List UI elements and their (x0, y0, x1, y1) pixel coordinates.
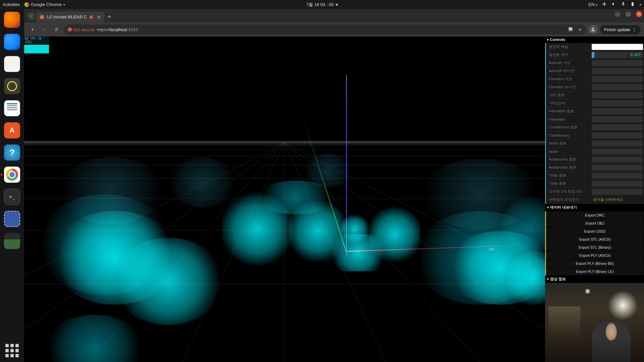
forward-button[interactable] (40, 25, 49, 34)
control-readonly-row: Azimuth 각도 (545, 59, 644, 67)
warning-icon: ! (68, 27, 72, 32)
kebab-icon: ⋮ (632, 27, 637, 32)
screen-share-icon[interactable] (568, 26, 573, 33)
control-readonly-row: Trials 원본 (545, 180, 644, 188)
export-button[interactable]: Export USDZ (545, 227, 644, 235)
back-button[interactable] (28, 25, 37, 34)
pointcloud (111, 238, 225, 325)
controls-folder-header[interactable]: ▾ Controls (545, 37, 644, 43)
pointcloud (256, 181, 336, 214)
dock-app-screenshot[interactable] (4, 211, 20, 227)
dock-app-files[interactable] (4, 56, 20, 72)
dock-app-rhythmbox[interactable] (4, 78, 20, 94)
fps-label: 86 FPS (0-145) (24, 37, 49, 44)
battery-icon[interactable] (630, 2, 635, 7)
control-point-size[interactable]: 포인트 크기 0.027 (545, 51, 644, 59)
export-button[interactable]: Export OBJ (545, 219, 644, 227)
point-size-slider[interactable] (592, 52, 627, 58)
dock-app-image-viewer[interactable] (4, 233, 20, 249)
control-readonly-row: Avalanches 원본 (545, 164, 644, 172)
export-button[interactable]: Export PLY (ASCII) (545, 251, 644, 259)
background-shelf (548, 306, 580, 338)
control-readonly-row: Azimuth 라디언 (545, 67, 644, 75)
window-minimize-button[interactable]: – (614, 11, 621, 17)
new-tab-button[interactable]: + (104, 13, 115, 22)
export-button[interactable]: Export STL (Binary) (545, 243, 644, 251)
active-app-menu[interactable]: Google Chrome ▾ (24, 2, 65, 7)
dock-app-firefox[interactable] (4, 12, 20, 28)
control-readonly-row: Avalanches 원본 (545, 156, 644, 164)
svg-point-0 (592, 28, 594, 29)
tab-close-button[interactable]: ✕ (97, 14, 101, 20)
control-readonly-row: 거리값(m) (545, 99, 644, 107)
fps-graph (24, 44, 49, 53)
input-language[interactable]: EN ▾ (588, 2, 597, 7)
pointcloud (44, 315, 145, 362)
control-readonly-row: 거리 원본 (545, 91, 644, 99)
export-button[interactable]: Export DRC (545, 211, 644, 219)
tab-search-button[interactable] (28, 12, 35, 20)
finish-update-button[interactable]: Finish update ⋮ (600, 25, 641, 34)
dock-app-chrome[interactable] (4, 167, 20, 183)
fps-widget: 86 FPS (0-145) (24, 37, 49, 53)
recording-indicator-icon (90, 15, 93, 19)
tab-favicon-icon (40, 15, 44, 19)
activities-button[interactable]: Activities (3, 2, 20, 7)
control-readonly-row: Trials 원본 (545, 172, 644, 180)
security-indicator[interactable]: ! Not secure (68, 27, 94, 32)
control-readonly-row: Confidences (545, 131, 644, 139)
control-readonly-row: Noise 원본 (545, 139, 644, 147)
light-glow (608, 290, 638, 320)
control-readonly-row: Elevation 라디언 (545, 83, 644, 91)
controls-panel: ▾ Controls 포인트 색상 포인트 크기 0.027 Azimuth 각… (545, 37, 644, 362)
color-swatch[interactable] (592, 44, 643, 50)
system-menu-caret-icon[interactable]: ▾ (640, 3, 641, 6)
tab-strip: LG Innotek MLiDAR C ✕ + – ▢ ✕ (24, 9, 644, 22)
window-maximize-button[interactable]: ▢ (625, 11, 631, 17)
profile-button[interactable] (589, 25, 597, 34)
url-text: https://localhost:4310 (97, 27, 138, 32)
bookmark-icon[interactable]: ★ (578, 27, 582, 32)
caret-down-icon: ▾ (547, 205, 549, 209)
dock-app-ubuntu-software[interactable] (4, 122, 20, 138)
export-section: Export DRCExport OBJExport USDZExport ST… (545, 211, 644, 276)
dock-app-terminal[interactable] (4, 189, 20, 205)
clock[interactable]: 7월 18 04 : 00 (306, 2, 338, 8)
controls-section: 포인트 색상 포인트 크기 0.027 Azimuth 각도Azimuth 라디… (545, 43, 644, 204)
browser-tab[interactable]: LG Innotek MLiDAR C ✕ (36, 12, 104, 22)
control-readonly-row: Confidences 원본 (545, 123, 644, 131)
show-applications-button[interactable] (5, 344, 19, 357)
dock-app-help[interactable] (4, 144, 20, 161)
video-folder-header[interactable]: ▾ 영상 정보 (545, 276, 644, 283)
control-last-two-distance: 마지막 2개 측정거리 (545, 188, 644, 196)
volume-icon[interactable] (611, 2, 616, 7)
dock-app-thunderbird[interactable] (4, 34, 20, 50)
tab-title: LG Innotek MLiDAR C (47, 15, 87, 19)
export-button[interactable]: Export PLY (Binary BE) (545, 259, 644, 267)
lidar-viewer[interactable]: 86 FPS (0-145) 1m (24, 37, 644, 362)
export-button[interactable]: Export PLY (Binary LE) (545, 267, 644, 276)
control-readonly-row: Intensities 원본 (545, 107, 644, 115)
caret-down-icon: ▾ (547, 38, 549, 42)
control-readonly-row: Intensities (545, 115, 644, 123)
control-readonly-row: Elevation 각도 (545, 75, 644, 83)
pointcloud (370, 204, 420, 264)
light-dot (585, 289, 590, 294)
control-readonly-row: Noise (545, 147, 644, 156)
dock-app-libreoffice-writer[interactable] (4, 100, 20, 116)
export-button[interactable]: Export STL (ASCII) (545, 235, 644, 243)
ubuntu-dock (0, 9, 24, 362)
network-icon[interactable] (602, 2, 607, 7)
export-folder-header[interactable]: ▾ 데이터 내보내기 (545, 204, 644, 211)
gnome-top-bar: Activities Google Chrome ▾ 7월 18 04 : 00… (0, 0, 644, 9)
horizon (24, 141, 545, 146)
control-point-color[interactable]: 포인트 색상 (545, 43, 644, 51)
address-bar[interactable]: ! Not secure https://localhost:4310 ★ (64, 24, 586, 35)
caret-down-icon: ▾ (547, 277, 549, 281)
person-silhouette (592, 322, 631, 362)
camera-preview (545, 283, 644, 362)
window-close-button[interactable]: ✕ (636, 11, 642, 17)
reload-button[interactable] (52, 25, 61, 34)
mic-icon[interactable] (621, 2, 626, 7)
point-size-value[interactable]: 0.027 (628, 52, 643, 58)
